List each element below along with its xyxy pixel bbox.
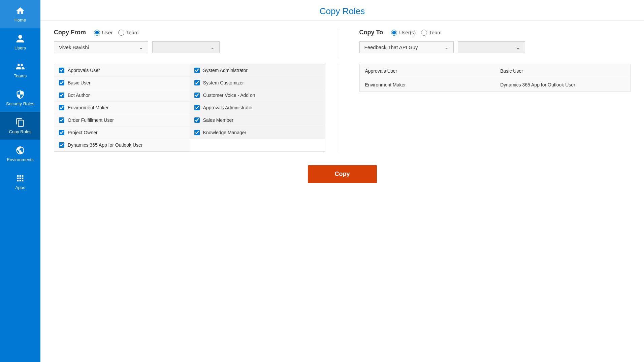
source-role-knowledge-manager-checkbox[interactable] — [194, 130, 200, 135]
copy-to-users-label: User(s) — [399, 30, 416, 35]
security-icon — [15, 89, 26, 100]
dest-role-approvals-user-label: Approvals User — [365, 68, 397, 74]
sidebar-item-security-roles-label: Security Roles — [6, 101, 34, 106]
copy-to-header: Copy To User(s) Team — [359, 29, 631, 36]
dest-role-basic-user: Basic User — [495, 64, 630, 78]
copy-button[interactable]: Copy — [308, 165, 377, 183]
copy-to-users-option[interactable]: User(s) — [391, 30, 416, 36]
source-role-approvals-admin-label: Approvals Administrator — [203, 105, 253, 110]
source-role-approvals-user-label: Approvals User — [68, 68, 100, 73]
source-role-basic-user: Basic User — [54, 77, 190, 89]
dest-role-approvals-user: Approvals User — [360, 64, 495, 78]
source-role-customer-voice: Customer Voice - Add on — [190, 89, 325, 102]
source-role-approvals-user: Approvals User — [54, 64, 190, 77]
sidebar-item-copy-roles-label: Copy Roles — [9, 129, 31, 134]
copy-to-team-dropdown: ⌄ — [458, 41, 525, 53]
source-role-basic-user-checkbox[interactable] — [59, 80, 64, 85]
copy-to-users-radio[interactable] — [391, 30, 397, 36]
source-role-approvals-user-checkbox[interactable] — [59, 68, 64, 73]
copy-to-team-radio[interactable] — [421, 30, 427, 36]
source-role-customer-voice-checkbox[interactable] — [194, 93, 200, 98]
users-icon — [15, 33, 26, 44]
source-role-project-owner-label: Project Owner — [68, 130, 98, 135]
copy-from-team-radio[interactable] — [118, 30, 124, 36]
source-role-dynamics-outlook: Dynamics 365 App for Outlook User — [54, 139, 190, 151]
copy-button-row: Copy — [54, 165, 631, 183]
source-role-system-admin-label: System Administrator — [203, 68, 248, 73]
dest-role-env-maker-label: Environment Maker — [365, 82, 406, 87]
sidebar-item-apps-label: Apps — [15, 185, 25, 190]
sidebar-item-home-label: Home — [14, 17, 26, 23]
copy-from-team-dropdown: ⌄ — [152, 41, 220, 53]
copy-from-user-dropdown[interactable]: Vivek Bavishi ⌄ — [54, 41, 148, 53]
sidebar-item-home[interactable]: Home — [0, 0, 40, 28]
source-role-project-owner-checkbox[interactable] — [59, 130, 64, 135]
copy-to-user-arrow: ⌄ — [445, 45, 449, 50]
copy-from-team-arrow: ⌄ — [211, 45, 215, 50]
copy-to-dropdowns: Feedback That API Guy ⌄ ⌄ — [359, 41, 631, 53]
sidebar-item-environments[interactable]: Environments — [0, 140, 40, 168]
sidebar-item-teams[interactable]: Teams — [0, 56, 40, 84]
copy-from-user-radio[interactable] — [94, 30, 100, 36]
copy-to-label: Copy To — [359, 29, 383, 36]
copy-from-label: Copy From — [54, 29, 86, 36]
source-role-knowledge-manager: Knowledge Manager — [190, 126, 325, 139]
dest-role-dynamics-outlook-label: Dynamics 365 App for Outlook User — [500, 82, 575, 87]
environments-icon — [15, 145, 26, 156]
sidebar-item-users-label: Users — [14, 45, 26, 50]
home-icon — [15, 5, 26, 16]
dest-role-basic-user-label: Basic User — [500, 68, 523, 74]
apps-icon — [15, 173, 26, 184]
copy-to-team-option[interactable]: Team — [421, 30, 442, 36]
copy-to-team-arrow: ⌄ — [516, 45, 520, 50]
copy-from-user-value: Vivek Bavishi — [59, 44, 89, 50]
dest-role-dynamics-outlook: Dynamics 365 App for Outlook User — [495, 78, 630, 92]
source-role-knowledge-manager-label: Knowledge Manager — [203, 130, 246, 135]
copy-from-header: Copy From User Team — [54, 29, 325, 36]
source-role-system-customizer: System Customizer — [190, 77, 325, 89]
source-role-system-customizer-checkbox[interactable] — [194, 80, 200, 85]
copy-to-user-value: Feedback That API Guy — [364, 44, 418, 50]
source-role-system-customizer-label: System Customizer — [203, 80, 244, 85]
copy-to-user-dropdown[interactable]: Feedback That API Guy ⌄ — [359, 41, 454, 53]
sidebar-item-copy-roles[interactable]: Copy Roles — [0, 112, 40, 140]
source-role-sales-member-label: Sales Member — [203, 117, 233, 123]
source-role-env-maker-label: Environment Maker — [68, 105, 108, 110]
copy-from-team-option[interactable]: Team — [118, 30, 139, 36]
source-role-bot-author-label: Bot Author — [68, 93, 90, 98]
source-role-order-fulfillment-label: Order Fulfillment User — [68, 117, 114, 123]
sidebar-item-teams-label: Teams — [14, 73, 27, 78]
sidebar-item-security-roles[interactable]: Security Roles — [0, 84, 40, 112]
source-role-basic-user-label: Basic User — [68, 80, 91, 85]
sidebar-item-environments-label: Environments — [7, 157, 33, 162]
copy-to-team-label: Team — [429, 30, 442, 35]
copy-from-user-label: User — [102, 30, 113, 35]
source-role-env-maker: Environment Maker — [54, 102, 190, 114]
teams-icon — [15, 61, 26, 72]
content-area: Copy From User Team — [40, 21, 644, 362]
source-role-approvals-admin-checkbox[interactable] — [194, 105, 200, 110]
source-role-system-admin-checkbox[interactable] — [194, 68, 200, 73]
copy-roles-icon — [15, 117, 26, 128]
dest-roles-grid: Approvals User Basic User Environment Ma… — [359, 64, 631, 92]
source-role-sales-member-checkbox[interactable] — [194, 117, 200, 123]
source-role-bot-author-checkbox[interactable] — [59, 93, 64, 98]
source-role-dynamics-outlook-label: Dynamics 365 App for Outlook User — [68, 142, 143, 148]
copy-from-user-option[interactable]: User — [94, 30, 113, 36]
source-role-customer-voice-label: Customer Voice - Add on — [203, 93, 255, 98]
copy-from-user-arrow: ⌄ — [139, 45, 143, 50]
source-role-dynamics-outlook-checkbox[interactable] — [59, 142, 64, 148]
sidebar-item-apps[interactable]: Apps — [0, 168, 40, 195]
source-role-project-owner: Project Owner — [54, 126, 190, 139]
source-role-env-maker-checkbox[interactable] — [59, 105, 64, 110]
source-role-order-fulfillment-checkbox[interactable] — [59, 117, 64, 123]
sidebar: Home Users Teams Security Roles Copy Rol… — [0, 0, 40, 362]
page-title-bar: Copy Roles — [40, 0, 644, 21]
copy-from-radio-group: User Team — [94, 30, 138, 36]
main-content: Copy Roles Copy From User — [40, 0, 644, 362]
dest-role-env-maker: Environment Maker — [360, 78, 495, 92]
sidebar-item-users[interactable]: Users — [0, 28, 40, 56]
copy-from-dropdowns: Vivek Bavishi ⌄ ⌄ — [54, 41, 325, 53]
source-role-bot-author: Bot Author — [54, 89, 190, 102]
copy-to-radio-group: User(s) Team — [391, 30, 442, 36]
